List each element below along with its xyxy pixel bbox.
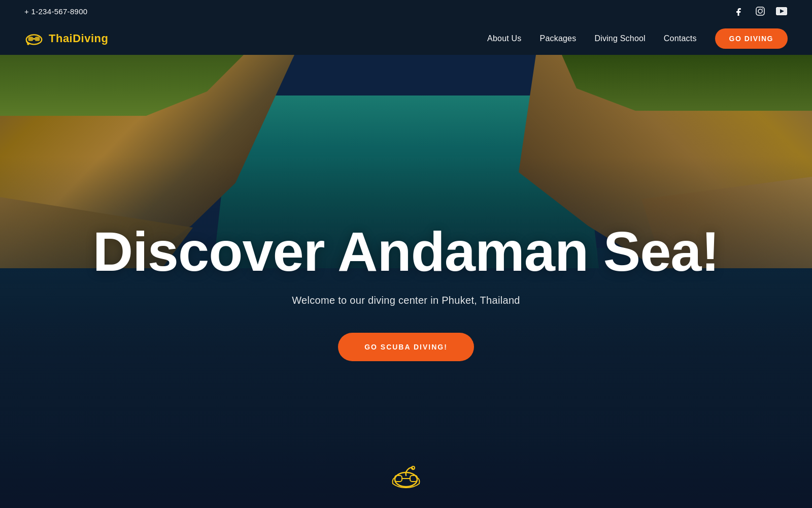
svg-point-1 <box>758 9 762 13</box>
svg-rect-9 <box>33 38 35 40</box>
nav-contacts[interactable]: Contacts <box>664 34 697 43</box>
hero-title: Discover Andaman Sea! <box>93 222 719 281</box>
svg-point-2 <box>762 9 763 10</box>
youtube-icon[interactable] <box>775 5 788 17</box>
social-links <box>733 5 788 17</box>
phone-number: + 1-234-567-8900 <box>24 7 87 16</box>
svg-rect-7 <box>28 37 33 41</box>
hero-content: Discover Andaman Sea! Welcome to our div… <box>0 55 812 508</box>
nav-cta-button[interactable]: GO DIVING <box>715 28 788 49</box>
svg-point-15 <box>412 466 415 469</box>
hero-section: Discover Andaman Sea! Welcome to our div… <box>0 55 812 508</box>
nav-packages[interactable]: Packages <box>540 34 577 43</box>
svg-rect-0 <box>756 7 764 15</box>
navbar: ThaiDiving About Us Packages Diving Scho… <box>0 22 812 55</box>
nav-about-us[interactable]: About Us <box>487 34 521 43</box>
instagram-icon[interactable] <box>754 5 766 17</box>
nav-links: About Us Packages Diving School Contacts… <box>487 28 788 49</box>
hero-subtitle: Welcome to our diving center in Phuket, … <box>292 295 520 306</box>
scroll-indicator <box>391 462 421 493</box>
svg-point-10 <box>27 43 29 45</box>
top-bar: + 1-234-567-8900 <box>0 0 812 22</box>
logo[interactable]: ThaiDiving <box>24 29 108 48</box>
svg-rect-8 <box>35 37 40 41</box>
facebook-icon[interactable] <box>733 5 745 17</box>
hero-cta-button[interactable]: GO SCUBA DIVING! <box>338 333 474 361</box>
nav-diving-school[interactable]: Diving School <box>594 34 645 43</box>
logo-icon <box>24 29 44 48</box>
logo-text: ThaiDiving <box>49 32 108 45</box>
scroll-diving-icon <box>391 462 421 493</box>
